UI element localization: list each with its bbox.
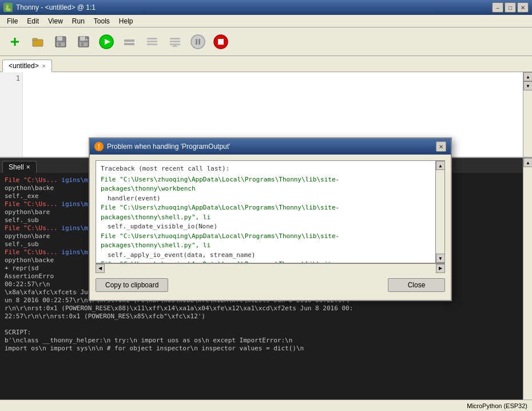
list-item: self._update_visible_io(None) [101,222,431,232]
list-item: File "C:\Users\zhuoqing\AppData\Local\Pr… [101,175,431,194]
dialog-scroll-down[interactable]: ▼ [436,254,445,263]
dialog-title: Problem when handling 'ProgramOutput' [107,143,230,151]
list-item: self._apply_io_event(data, stream_name) [101,251,431,260]
dialog-vertical-scrollbar[interactable]: ▲ ▼ [435,161,444,263]
list-item: handler(event) [101,194,431,204]
dialog-overlay: ! Problem when handling 'ProgramOutput' … [0,0,532,411]
dialog-scroll-left[interactable]: ◀ [96,264,105,273]
dialog-text-area: Traceback (most recent call last): File … [96,160,445,263]
dialog-title-left: ! Problem when handling 'ProgramOutput' [94,142,230,151]
dialog-warning-icon: ! [94,142,104,151]
dialog-scroll-track[interactable] [436,170,444,254]
error-dialog: ! Problem when handling 'ProgramOutput' … [89,137,452,301]
dialog-body: Traceback (most recent call last): File … [90,155,451,300]
traceback-header: Traceback (most recent call last): [101,164,431,174]
dialog-buttons: Copy to clipboard Close [96,272,445,294]
dialog-horizontal-scrollbar[interactable]: ◀ ▶ [96,263,445,272]
dialog-scroll-right[interactable]: ▶ [436,264,445,273]
list-item: File "C:\Users\zhuoqing\AppData\Local\Pr… [101,260,431,263]
dialog-scroll-up[interactable]: ▲ [436,161,445,170]
close-dialog-button[interactable]: Close [388,278,445,292]
list-item: File "C:\Users\zhuoqing\AppData\Local\Pr… [101,232,431,251]
dialog-window-close-button[interactable]: ✕ [436,141,446,152]
dialog-text-content: Traceback (most recent call last): File … [96,161,435,263]
copy-to-clipboard-button[interactable]: Copy to clipboard [96,278,168,292]
list-item: File "C:\Users\zhuoqing\AppData\Local\Pr… [101,203,431,222]
dialog-title-bar: ! Problem when handling 'ProgramOutput' … [90,139,451,155]
